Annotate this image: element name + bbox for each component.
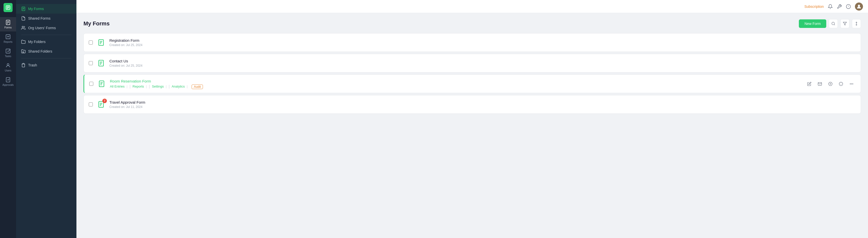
search-button[interactable] (829, 19, 838, 28)
form-name-registration[interactable]: Registration Form (110, 38, 856, 42)
sidebar-item-reports[interactable]: Reports (0, 31, 16, 46)
svg-line-23 (834, 24, 835, 25)
settings-link[interactable]: Settings (152, 85, 168, 88)
tools-icon[interactable] (837, 4, 842, 9)
form-action-buttons (805, 80, 856, 88)
sidebar: My Forms Shared Forms Org Users' Forms M… (16, 0, 76, 238)
bell-icon[interactable] (846, 4, 851, 9)
avatar[interactable] (855, 2, 863, 10)
form-item-registration: Registration Form Created on: Jul 25, 20… (84, 33, 861, 52)
svg-point-10 (7, 64, 9, 65)
sidebar-divider (21, 35, 71, 35)
form-item-travel: 7 Travel Approval Form Created on: Jul 1… (84, 95, 861, 114)
nav-reports-label: Reports (3, 40, 12, 43)
svg-point-22 (832, 22, 835, 25)
form-name-travel[interactable]: Travel Approval Form (110, 100, 856, 105)
edit-form-button[interactable] (805, 80, 813, 88)
content-header: My Forms New Form (84, 19, 861, 28)
form-checkbox-contact[interactable] (89, 61, 93, 65)
all-entries-link[interactable]: All Entries (110, 85, 129, 88)
svg-point-44 (850, 84, 850, 84)
more-form-button[interactable] (847, 80, 856, 88)
sidebar-shared-folders[interactable]: Shared Folders (16, 47, 76, 56)
badge-7: 7 (102, 99, 107, 103)
sidebar-org-forms-label: Org Users' Forms (28, 26, 56, 30)
nav-users-label: Users (5, 69, 11, 72)
form-item-travel-inner: 7 Travel Approval Form Created on: Jul 1… (84, 95, 861, 114)
sidebar-shared-forms[interactable]: Shared Forms (16, 13, 76, 23)
form-item-room-inner: Room Reservation Form All Entries | Repo… (84, 75, 861, 93)
sidebar-divider-2 (21, 58, 71, 58)
sidebar-my-folders-label: My Folders (28, 40, 45, 44)
form-info-travel: Travel Approval Form Created on: Jul 11,… (110, 100, 856, 109)
form-date-registration: Created on: Jul 25, 2024 (110, 43, 856, 47)
form-icon-room (97, 79, 106, 89)
form-date-travel: Created on: Jul 11, 2024 (110, 105, 856, 109)
form-icon-travel: 7 (96, 100, 106, 109)
sidebar-item-users[interactable]: Users (0, 60, 16, 75)
sidebar-item-approvals[interactable]: Approvals (0, 75, 16, 89)
sidebar-item-forms[interactable]: Forms (0, 17, 16, 31)
reports-link[interactable]: Reports (132, 85, 149, 88)
nav-approvals-label: Approvals (2, 84, 13, 86)
form-info-room: Room Reservation Form All Entries | Repo… (110, 79, 801, 89)
form-checkbox-registration[interactable] (89, 40, 93, 44)
sidebar-my-forms-label: My Forms (28, 7, 44, 11)
filter-button[interactable] (840, 19, 849, 28)
nav-icon-bar: Forms Reports Tasks Users Approvals (0, 0, 16, 238)
form-icon-contact (96, 58, 106, 68)
sidebar-my-forms[interactable]: My Forms (16, 4, 76, 13)
sidebar-trash-label: Trash (28, 63, 37, 67)
form-info-contact: Contact Us Created on: Jul 25, 2024 (110, 59, 856, 67)
content-area: My Forms New Form (76, 13, 868, 238)
info-form-button[interactable] (837, 80, 845, 88)
header-right: Subscription (804, 2, 863, 10)
sidebar-shared-forms-label: Shared Forms (28, 17, 51, 20)
svg-marker-24 (843, 22, 846, 25)
audit-badge[interactable]: Audit (192, 85, 203, 89)
top-header: Subscription (76, 0, 868, 13)
form-item-registration-inner: Registration Form Created on: Jul 25, 20… (84, 33, 861, 52)
form-icon-registration (96, 38, 106, 47)
copy-form-button[interactable] (826, 80, 835, 88)
nav-forms-label: Forms (4, 26, 11, 29)
main-area: Subscription (76, 0, 868, 238)
forms-list: Registration Form Created on: Jul 25, 20… (84, 33, 861, 116)
sort-button[interactable] (852, 19, 861, 28)
form-name-contact[interactable]: Contact Us (110, 59, 856, 63)
form-date-contact: Created on: Jul 25, 2024 (110, 64, 856, 67)
notification-icon[interactable] (828, 4, 833, 9)
svg-rect-11 (6, 78, 10, 82)
share-form-button[interactable] (815, 80, 824, 88)
sidebar-trash[interactable]: Trash (16, 60, 76, 70)
app-logo[interactable] (3, 3, 12, 12)
sidebar-my-folders[interactable]: My Folders (16, 37, 76, 47)
sidebar-shared-folders-label: Shared Folders (28, 49, 52, 53)
new-form-button[interactable]: New Form (799, 19, 826, 28)
svg-point-21 (858, 4, 860, 6)
analytics-link[interactable]: Analytics (172, 85, 190, 88)
form-links-row: All Entries | Reports | Settings | Analy… (110, 84, 801, 89)
form-checkbox-room[interactable] (89, 82, 93, 86)
form-item-contact-inner: Contact Us Created on: Jul 25, 2024 (84, 54, 861, 72)
svg-point-45 (851, 84, 851, 84)
form-item-contact: Contact Us Created on: Jul 25, 2024 (84, 54, 861, 72)
nav-tasks-label: Tasks (5, 55, 11, 58)
content-actions: New Form (799, 19, 861, 28)
sidebar-org-users-forms[interactable]: Org Users' Forms (16, 23, 76, 33)
form-checkbox-travel[interactable] (89, 102, 93, 107)
form-item-room-reservation: Room Reservation Form All Entries | Repo… (84, 75, 861, 93)
form-info-registration: Registration Form Created on: Jul 25, 20… (110, 38, 856, 47)
subscription-link[interactable]: Subscription (804, 4, 824, 8)
page-title: My Forms (84, 20, 110, 27)
svg-point-16 (22, 26, 24, 28)
sidebar-item-tasks[interactable]: Tasks (0, 46, 16, 60)
svg-point-46 (852, 84, 853, 84)
form-name-room[interactable]: Room Reservation Form (110, 79, 801, 83)
svg-rect-9 (6, 49, 10, 53)
